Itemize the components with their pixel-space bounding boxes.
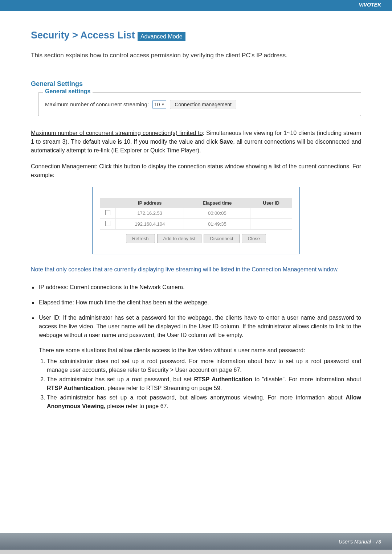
connection-buttons: Refresh Add to deny list Disconnect Clos… [100, 234, 292, 243]
general-settings-fieldset: General settings Maximum number of concu… [38, 92, 361, 116]
conn-mgmt-underline: Connection Management [31, 163, 96, 169]
table-row: 192.168.4.104 01:49:35 [100, 218, 292, 229]
footer-text: User's Manual - 73 [339, 539, 381, 545]
add-to-deny-button[interactable]: Add to deny list [157, 234, 202, 243]
n3c: please refer to page 67. [106, 403, 168, 409]
connection-table: IP address Elapsed time User ID 172.16.2… [100, 198, 292, 230]
streaming-label: Maximum number of concurrent streaming: [45, 101, 149, 107]
connection-management-button[interactable]: Connection management [170, 100, 236, 109]
max-conn-paragraph: Maximum number of concurrent streaming c… [31, 129, 361, 155]
row-checkbox-cell [100, 218, 116, 229]
situations-intro: There are some situations that allow cli… [39, 346, 361, 355]
row-checkbox[interactable] [105, 221, 110, 226]
n2c: to "disable". For more information about [252, 376, 361, 382]
advanced-mode-badge: Advanced Mode [138, 32, 185, 41]
separator [0, 11, 392, 18]
n2b: RTSP Authentication [194, 376, 252, 382]
num-item-3: The administrator has set up a root pass… [47, 393, 361, 411]
fieldset-legend: General settings [43, 88, 93, 95]
row-userid [250, 208, 292, 218]
page-content: Security > Access List Advanced Mode Thi… [0, 18, 392, 533]
n3a: The administrator has set up a root pass… [47, 394, 346, 401]
chevron-down-icon: ▼ [162, 103, 165, 106]
bullet-userid: User ID: If the administrator has set a … [31, 313, 361, 340]
n2d: RTSP Authentication [47, 385, 104, 391]
conn-mgmt-paragraph: Connection Management: Click this button… [31, 162, 361, 180]
row-ip: 192.168.4.104 [116, 218, 184, 229]
table-header-row: IP address Elapsed time User ID [100, 198, 292, 208]
refresh-button[interactable]: Refresh [126, 234, 155, 243]
table-row: 172.16.2.53 00:00:05 [100, 208, 292, 218]
disconnect-button[interactable]: Disconnect [204, 234, 239, 243]
col-elapsed: Elapsed time [184, 198, 250, 208]
bullet-elapsed: Elapsed time: How much time the client h… [31, 298, 361, 307]
row-ip: 172.16.2.53 [116, 208, 184, 218]
row-elapsed: 01:49:35 [184, 218, 250, 229]
numbered-list: The administrator does not set up a root… [39, 357, 361, 411]
streaming-select[interactable]: 10 ▼ [152, 100, 167, 108]
intro-paragraph: This section explains how to control acc… [31, 51, 361, 60]
brand-label: VIVOTEK [359, 2, 381, 8]
save-word: Save [220, 139, 233, 145]
col-userid: User ID [250, 198, 292, 208]
col-checkbox [100, 198, 116, 208]
row-elapsed: 00:00:05 [184, 208, 250, 218]
close-button[interactable]: Close [242, 234, 266, 243]
title-text: Security > Access List [31, 30, 138, 41]
note-paragraph: Note that only consoles that are current… [31, 265, 361, 274]
bullet-ip: IP address: Current connections to the N… [31, 283, 361, 292]
n2e: , please refer to RTSP Streaming on page… [104, 385, 222, 391]
footer-bar: User's Manual - 73 [0, 533, 392, 550]
connection-management-window: IP address Elapsed time User ID 172.16.2… [92, 187, 300, 254]
row-userid [250, 218, 292, 229]
col-ip: IP address [116, 198, 184, 208]
header-bar: VIVOTEK [0, 0, 392, 11]
num-item-1: The administrator does not set up a root… [47, 357, 361, 374]
row-checkbox[interactable] [105, 210, 110, 215]
streaming-value: 10 [154, 102, 160, 107]
fieldset-row: Maximum number of concurrent streaming: … [45, 100, 354, 109]
n2a: The administrator has set up a root pass… [47, 376, 194, 382]
page-title: Security > Access List Advanced Mode [31, 29, 361, 42]
max-conn-underline: Maximum number of concurrent streaming c… [31, 130, 203, 136]
general-settings-heading: General Settings [31, 80, 361, 88]
num-item-2: The administrator has set up a root pass… [47, 375, 361, 393]
row-checkbox-cell [100, 208, 116, 218]
